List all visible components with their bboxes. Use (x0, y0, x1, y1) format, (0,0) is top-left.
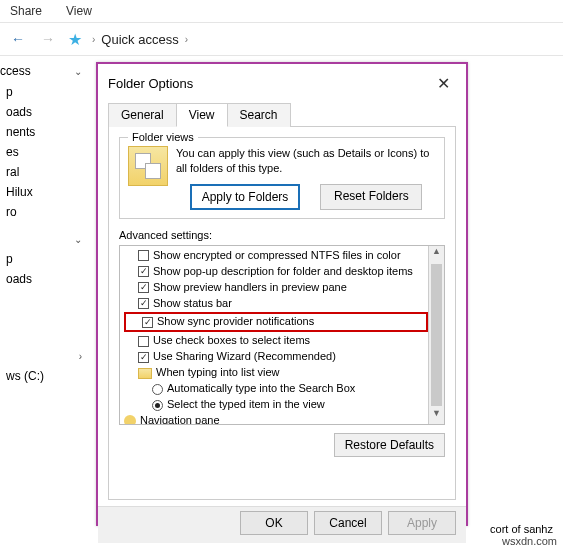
radio-icon[interactable] (152, 400, 163, 411)
folder-views-text: You can apply this view (such as Details… (176, 146, 436, 176)
checkbox-icon[interactable] (138, 336, 149, 347)
dialog-title: Folder Options (108, 76, 193, 91)
advanced-settings-label: Advanced settings: (119, 229, 445, 241)
advanced-settings-list: Show encrypted or compressed NTFS files … (119, 245, 445, 425)
folder-icon (138, 368, 152, 379)
breadcrumb[interactable]: › Quick access › (92, 32, 188, 47)
adv-option-highlighted[interactable]: ✓Show sync provider notifications (128, 314, 424, 330)
sidebar-item[interactable]: p (0, 249, 86, 269)
adv-option[interactable]: ✓Show status bar (124, 296, 428, 312)
folder-views-icon (128, 146, 168, 186)
chevron-expand-icon[interactable]: › (79, 351, 82, 362)
apply-to-folders-button[interactable]: Apply to Folders (190, 184, 301, 210)
chevron-right-icon: › (92, 34, 95, 45)
apply-button[interactable]: Apply (388, 511, 456, 535)
checkbox-icon[interactable]: ✓ (138, 282, 149, 293)
close-button[interactable]: ✕ (431, 72, 456, 95)
tabs: General View Search (98, 103, 466, 127)
folder-options-dialog: Folder Options ✕ General View Search Fol… (96, 62, 468, 526)
cancel-button[interactable]: Cancel (314, 511, 382, 535)
tab-general[interactable]: General (108, 103, 177, 127)
checkbox-icon[interactable]: ✓ (138, 266, 149, 277)
reset-folders-button[interactable]: Reset Folders (320, 184, 422, 210)
back-button[interactable]: ← (8, 29, 28, 49)
scroll-thumb[interactable] (431, 264, 442, 406)
radio-icon[interactable] (152, 384, 163, 395)
adv-option[interactable]: Show encrypted or compressed NTFS files … (124, 248, 428, 264)
sidebar-header[interactable]: ccess (0, 64, 31, 78)
adv-option[interactable]: ✓Use Sharing Wizard (Recommended) (124, 349, 428, 365)
sidebar-item[interactable]: p (0, 82, 86, 102)
sidebar-item[interactable]: oads (0, 269, 86, 289)
checkbox-icon[interactable]: ✓ (138, 298, 149, 309)
chevron-collapse-icon[interactable]: ⌄ (74, 234, 82, 245)
checkbox-icon[interactable]: ✓ (142, 317, 153, 328)
chevron-collapse-icon[interactable]: ⌄ (74, 66, 82, 77)
checkbox-icon[interactable] (138, 250, 149, 261)
sidebar-item[interactable]: Hilux (0, 182, 86, 202)
adv-option-header: When typing into list view (124, 365, 428, 381)
quick-access-star-icon: ★ (68, 30, 82, 49)
sidebar-item[interactable]: ral (0, 162, 86, 182)
adv-option-header: Navigation pane (124, 413, 428, 424)
chevron-right-icon: › (185, 34, 188, 45)
menu-share[interactable]: Share (10, 4, 42, 18)
menu-view[interactable]: View (66, 4, 92, 18)
navbar: ← → ★ › Quick access › (0, 23, 563, 56)
navigation-pane-icon (124, 415, 136, 424)
scrollbar[interactable]: ▲ ▼ (428, 246, 444, 424)
sidebar-item[interactable]: ws (C:) (0, 366, 86, 386)
sidebar-item[interactable]: oads (0, 102, 86, 122)
dialog-button-row: OK Cancel Apply (98, 506, 466, 543)
adv-option[interactable]: Use check boxes to select items (124, 333, 428, 349)
checkbox-icon[interactable]: ✓ (138, 352, 149, 363)
adv-option[interactable]: Select the typed item in the view (124, 397, 428, 413)
tab-view[interactable]: View (176, 103, 228, 127)
watermark: wsxdn.com (502, 535, 557, 547)
restore-defaults-button[interactable]: Restore Defaults (334, 433, 445, 457)
adv-option[interactable]: ✓Show pop-up description for folder and … (124, 264, 428, 280)
menubar: Share View (0, 0, 563, 23)
tab-search[interactable]: Search (227, 103, 291, 127)
sidebar-item[interactable]: es (0, 142, 86, 162)
adv-option[interactable]: Automatically type into the Search Box (124, 381, 428, 397)
ok-button[interactable]: OK (240, 511, 308, 535)
scroll-down-icon[interactable]: ▼ (429, 408, 444, 424)
folder-views-legend: Folder views (128, 131, 198, 143)
sidebar-item[interactable]: ro (0, 202, 86, 222)
breadcrumb-quick-access[interactable]: Quick access (101, 32, 178, 47)
sidebar-item[interactable]: nents (0, 122, 86, 142)
sidebar: ccess ⌄ p oads nents es ral Hilux ro ⌄ p… (0, 56, 86, 549)
folder-views-group: Folder views You can apply this view (su… (119, 137, 445, 219)
stray-text: cort of sanhz (490, 523, 553, 535)
adv-option[interactable]: ✓Show preview handlers in preview pane (124, 280, 428, 296)
tab-panel-view: Folder views You can apply this view (su… (108, 126, 456, 500)
scroll-up-icon[interactable]: ▲ (429, 246, 444, 262)
forward-button[interactable]: → (38, 29, 58, 49)
